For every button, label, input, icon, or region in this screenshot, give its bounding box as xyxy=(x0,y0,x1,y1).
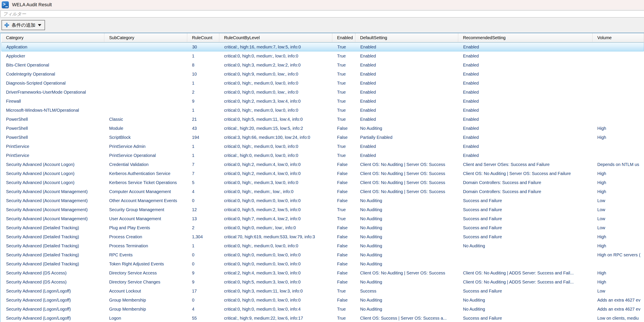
cell-rulecountbylevel: critical:3, high:66, medium:100, low:24,… xyxy=(219,133,332,142)
cell-volume: High xyxy=(592,241,644,250)
cell-defaultsetting: Enabled xyxy=(355,60,458,70)
table-row[interactable]: Diagnosis-Scripted Operational 1 critica… xyxy=(1,78,644,88)
table-row[interactable]: Security Advanced (Logon/Logoff) Account… xyxy=(1,286,644,296)
cell-rulecount: 8 xyxy=(187,60,219,70)
column-header-enabled[interactable]: Enabled xyxy=(332,33,355,42)
column-header-recommendedsetting[interactable]: RecommendedSetting xyxy=(458,33,592,42)
cell-rulecount: 55 xyxy=(187,314,219,322)
cell-enabled: False xyxy=(332,133,355,142)
cell-defaultsetting: No Auditing xyxy=(355,223,458,232)
cell-recommendedsetting: Domain Controllers: Success and Failure xyxy=(458,187,592,196)
table-row[interactable]: Firewall 9 critical:0, high:2, medium:3,… xyxy=(1,97,644,106)
cell-defaultsetting: Enabled xyxy=(355,78,458,88)
table-row[interactable]: Security Advanced (Account Logon) Kerber… xyxy=(1,178,644,187)
table-row[interactable]: Security Advanced (Account Logon) Kerber… xyxy=(1,169,644,178)
cell-recommendedsetting: Enabled xyxy=(458,88,592,97)
table-row[interactable]: PrintService PrintService Operational 1 … xyxy=(1,151,644,160)
table-body: Application 30 critical:, high:16, mediu… xyxy=(1,42,644,322)
cell-enabled: True xyxy=(332,115,355,124)
cell-rulecountbylevel: critical:0, high:0, medium:0, low:0, inf… xyxy=(219,259,332,268)
table-row[interactable]: Applocker 1 critical:0, high:0, medium:,… xyxy=(1,52,644,60)
filter-input[interactable] xyxy=(0,10,644,18)
cell-enabled: False xyxy=(332,241,355,250)
table-row[interactable]: DriverFrameworks-UserMode Operational 2 … xyxy=(1,88,644,97)
table-row[interactable]: Security Advanced (Detailed Tracking) Pl… xyxy=(1,223,644,232)
cell-rulecount: 9 xyxy=(187,268,219,278)
cell-subcategory: PrintService Operational xyxy=(104,151,187,160)
cell-recommendedsetting: Success and Failure xyxy=(458,196,592,205)
table-row[interactable]: Security Advanced (Account Management) O… xyxy=(1,196,644,205)
table-row[interactable]: PowerShell Module 43 critical:, high:20,… xyxy=(1,124,644,133)
table-row[interactable]: Security Advanced (Account Logon) Creden… xyxy=(1,160,644,169)
cell-defaultsetting: No Auditing xyxy=(355,124,458,133)
table-row[interactable]: Security Advanced (Logon/Logoff) Group M… xyxy=(1,296,644,304)
cell-rulecount: 4 xyxy=(187,187,219,196)
cell-enabled: True xyxy=(332,214,355,223)
cell-defaultsetting: No Auditing xyxy=(355,250,458,259)
cell-category: Security Advanced (Detailed Tracking) xyxy=(1,232,104,241)
cell-defaultsetting: Client OS: Success | Server OS: Success … xyxy=(355,314,458,322)
table-row[interactable]: PowerShell Classic 21 critical:0, high:5… xyxy=(1,115,644,124)
cell-volume: Adds an extra 4627 ev xyxy=(592,304,644,314)
table-row[interactable]: Security Advanced (DS Access) Directory … xyxy=(1,278,644,286)
cell-volume: High xyxy=(592,187,644,196)
cell-category: PowerShell xyxy=(1,115,104,124)
table-row[interactable]: Security Advanced (Account Management) U… xyxy=(1,214,644,223)
cell-category: CodeIntegrity Operational xyxy=(1,70,104,78)
cell-rulecountbylevel: critical:0, high:5, medium:3, low:0, inf… xyxy=(219,278,332,286)
cell-recommendedsetting: Enabled xyxy=(458,97,592,106)
table-row[interactable]: Security Advanced (Detailed Tracking) To… xyxy=(1,259,644,268)
cell-rulecountbylevel: critical:0, high:2, medium:4, low:0, inf… xyxy=(219,160,332,169)
cell-subcategory xyxy=(104,52,187,60)
cell-subcategory: Process Termination xyxy=(104,241,187,250)
cell-enabled: False xyxy=(332,296,355,304)
table-row[interactable]: PowerShell ScriptBlock 194 critical:3, h… xyxy=(1,133,644,142)
table-row[interactable]: Security Advanced (Detailed Tracking) Pr… xyxy=(1,232,644,241)
table-row[interactable]: PrintService PrintService Admin 1 critic… xyxy=(1,142,644,151)
cell-volume xyxy=(592,88,644,97)
cell-volume: Low xyxy=(592,286,644,296)
column-header-category[interactable]: Category xyxy=(1,33,104,42)
cell-volume: High on RPC servers ( xyxy=(592,250,644,259)
cell-volume: High xyxy=(592,124,644,133)
column-header-rulecountbylevel[interactable]: RuleCountByLevel xyxy=(219,33,332,42)
column-header-rulecount[interactable]: RuleCount xyxy=(187,33,219,42)
cell-rulecount: 0 xyxy=(187,259,219,268)
cell-rulecount: 9 xyxy=(187,278,219,286)
table-row[interactable]: Bits-Client Operational 8 critical:0, hi… xyxy=(1,60,644,70)
grid-header: Category SubCategory RuleCount RuleCount… xyxy=(1,33,644,42)
table-row[interactable]: Security Advanced (Logon/Logoff) Logon 5… xyxy=(1,314,644,322)
cell-subcategory: Module xyxy=(104,124,187,133)
cell-subcategory: Computer Account Management xyxy=(104,187,187,196)
table-row[interactable]: CodeIntegrity Operational 10 critical:0,… xyxy=(1,70,644,78)
column-header-subcategory[interactable]: SubCategory xyxy=(104,33,187,42)
cell-rulecountbylevel: critical:0, high:5, medium:11, low:4, in… xyxy=(219,115,332,124)
filter-row xyxy=(0,10,644,18)
cell-rulecount: 1 xyxy=(187,142,219,151)
cell-volume xyxy=(592,151,644,160)
table-row[interactable]: Security Advanced (Account Management) S… xyxy=(1,205,644,214)
table-row[interactable]: Security Advanced (Detailed Tracking) RP… xyxy=(1,250,644,259)
cell-recommendedsetting: Enabled xyxy=(458,142,592,151)
table-row[interactable]: Security Advanced (DS Access) Directory … xyxy=(1,268,644,278)
cell-rulecount: 13 xyxy=(187,214,219,223)
table-row[interactable]: Security Advanced (Logon/Logoff) Group M… xyxy=(1,304,644,314)
cell-enabled: False xyxy=(332,232,355,241)
column-header-defaultsetting[interactable]: DefaultSetting xyxy=(355,33,458,42)
cell-recommendedsetting: Enabled xyxy=(458,52,592,60)
cell-recommendedsetting: Success and Failure xyxy=(458,314,592,322)
cell-enabled: False xyxy=(332,124,355,133)
cell-recommendedsetting xyxy=(458,250,592,259)
table-row[interactable]: Application 30 critical:, high:16, mediu… xyxy=(1,42,644,52)
table-row[interactable]: Security Advanced (Account Management) C… xyxy=(1,187,644,196)
cell-category: Firewall xyxy=(1,97,104,106)
table-row[interactable]: Microsoft-Windows-NTLM/Operational 1 cri… xyxy=(1,106,644,115)
cell-rulecount: 1,304 xyxy=(187,232,219,241)
column-header-volume[interactable]: Volume xyxy=(592,33,644,42)
cell-subcategory xyxy=(104,70,187,78)
cell-category: PrintService xyxy=(1,151,104,160)
add-condition-button[interactable]: 条件の追加 xyxy=(2,20,45,30)
cell-recommendedsetting: Client and Server OSes: Success and Fail… xyxy=(458,160,592,169)
table-row[interactable]: Security Advanced (Detailed Tracking) Pr… xyxy=(1,241,644,250)
cell-subcategory: Directory Service Access xyxy=(104,268,187,278)
